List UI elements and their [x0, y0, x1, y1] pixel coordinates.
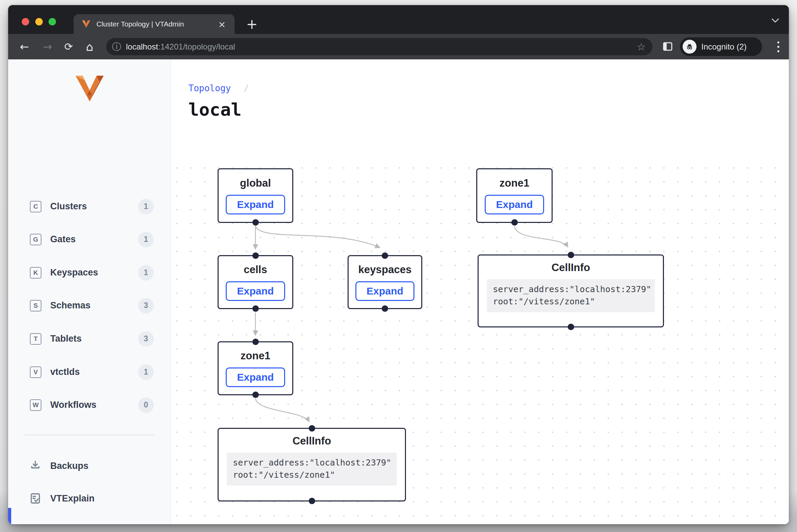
port-dot [252, 392, 259, 398]
sidebar-item-vtctlds[interactable]: V vtctlds 1 [8, 356, 171, 388]
screenshot-stage: Cluster Topology | VTAdmin × + ← → ⟳ ⌂ ⓘ… [0, 0, 797, 532]
active-item-indicator [8, 508, 11, 524]
topo-node-cellinfo-2: CellInfo server_address:"localhost:2379"… [218, 428, 406, 501]
node-title: zone1 [500, 177, 530, 189]
incognito-badge[interactable]: Incognito (2) [680, 37, 762, 56]
bookmark-star-icon[interactable]: ☆ [637, 41, 646, 53]
zoom-window-button[interactable] [49, 18, 56, 25]
gates-letter-icon: G [30, 234, 41, 245]
count-badge: 3 [138, 331, 154, 347]
sidebar-item-schemas[interactable]: S Schemas 3 [8, 289, 171, 322]
tab-title: Cluster Topology | VTAdmin [96, 20, 218, 28]
tablets-letter-icon: T [30, 333, 41, 345]
sidebar-item-gates[interactable]: G Gates 1 [8, 223, 171, 256]
port-dot [382, 305, 388, 312]
breadcrumb-separator: / [244, 83, 249, 93]
browser-window: Cluster Topology | VTAdmin × + ← → ⟳ ⌂ ⓘ… [8, 5, 789, 524]
count-badge: 0 [138, 397, 154, 413]
sidebar-item-keyspaces[interactable]: K Keyspaces 1 [8, 256, 171, 289]
expand-button[interactable]: Expand [226, 367, 285, 387]
expand-button[interactable]: Expand [226, 195, 285, 214]
topo-node-cellinfo-1: CellInfo server_address:"localhost:2379"… [478, 254, 664, 327]
node-title: CellInfo [219, 435, 405, 447]
address-bar[interactable]: ⓘ localhost:14201/topology/local ☆ [106, 38, 652, 55]
sidebar-item-workflows[interactable]: W Workflows 0 [8, 388, 171, 421]
expand-button[interactable]: Expand [485, 195, 544, 214]
edge-zone1cell-cellinfo2 [256, 399, 310, 422]
browser-menu-icon[interactable] [771, 34, 786, 59]
node-title: CellInfo [479, 262, 663, 274]
port-dot [252, 305, 259, 312]
topo-node-keyspaces: keyspaces Expand [348, 255, 422, 309]
topo-node-global: global Expand [218, 168, 293, 223]
home-icon[interactable]: ⌂ [80, 34, 99, 59]
reload-icon[interactable]: ⟳ [59, 34, 78, 59]
node-title: global [240, 177, 271, 189]
count-badge: 1 [138, 199, 154, 214]
incognito-label: Incognito (2) [701, 42, 746, 52]
topo-node-zone1-cell: zone1 Expand [218, 341, 293, 395]
page-content: C Clusters 1 G Gates 1 K Keyspaces 1 S S… [8, 59, 789, 524]
topology-canvas: global Expand zone1 Expand cells Expand [171, 157, 789, 524]
count-badge: 1 [138, 232, 154, 247]
breadcrumb-topology-link[interactable]: Topology [188, 83, 231, 93]
expand-button[interactable]: Expand [226, 281, 285, 301]
sidebar-item-backups[interactable]: Backups [8, 450, 171, 482]
port-dot [382, 252, 388, 259]
forward-icon[interactable]: → [38, 34, 57, 59]
new-tab-button[interactable]: + [243, 15, 261, 33]
port-dot [309, 425, 315, 432]
port-dot [252, 339, 259, 345]
keyspaces-letter-icon: K [30, 267, 41, 279]
node-title: keyspaces [358, 264, 412, 276]
url-path: :14201/topology/local [158, 42, 235, 51]
node-title: cells [244, 264, 267, 276]
expand-button[interactable]: Expand [355, 281, 414, 301]
port-dot [309, 498, 315, 504]
vitess-logo-icon [75, 75, 104, 102]
edge-global-keyspaces [256, 226, 380, 248]
sidebar-item-topology[interactable]: Topology [8, 515, 171, 524]
breadcrumb: Topology / [188, 83, 249, 93]
back-icon[interactable]: ← [15, 34, 34, 59]
topo-node-zone1: zone1 Expand [476, 168, 553, 223]
count-badge: 3 [138, 298, 154, 314]
edge-zone1-cellinfo1 [515, 226, 568, 247]
browser-tab[interactable]: Cluster Topology | VTAdmin × [74, 14, 235, 34]
sidebar-item-vtexplain[interactable]: VTExplain [8, 482, 171, 515]
port-dot [511, 219, 518, 226]
url-text: localhost:14201/topology/local [126, 42, 637, 52]
port-dot [252, 219, 259, 226]
incognito-avatar [683, 40, 697, 54]
close-tab-icon[interactable]: × [218, 20, 226, 29]
sidebar: C Clusters 1 G Gates 1 K Keyspaces 1 S S… [8, 59, 171, 524]
port-dot [252, 252, 259, 259]
incognito-icon [685, 42, 694, 51]
port-dot [568, 324, 574, 330]
sidebar-divider [24, 435, 154, 435]
vitess-favicon-icon [82, 20, 91, 28]
cellinfo-code: server_address:"localhost:2379" root:"/v… [487, 279, 655, 312]
document-check-icon [29, 492, 41, 505]
browser-toolbar: ← → ⟳ ⌂ ⓘ localhost:14201/topology/local… [8, 34, 789, 59]
vtctlds-letter-icon: V [30, 366, 41, 378]
count-badge: 1 [138, 265, 154, 281]
sidebar-item-clusters[interactable]: C Clusters 1 [8, 190, 171, 223]
tab-strip: Cluster Topology | VTAdmin × + [8, 5, 789, 34]
schemas-letter-icon: S [30, 300, 41, 311]
minimize-window-button[interactable] [35, 18, 43, 25]
main-panel: Topology / local [171, 59, 789, 524]
topo-node-cells: cells Expand [218, 255, 293, 309]
close-window-button[interactable] [22, 18, 29, 25]
clusters-letter-icon: C [30, 201, 41, 212]
cellinfo-code: server_address:"localhost:2379" root:"/v… [227, 453, 397, 486]
count-badge: 1 [138, 364, 154, 380]
workflows-letter-icon: W [30, 399, 41, 411]
url-host: localhost [126, 42, 158, 51]
page-title: local [188, 99, 242, 120]
side-panel-icon[interactable] [663, 41, 673, 52]
sidebar-item-tablets[interactable]: T Tablets 3 [8, 322, 171, 355]
site-info-icon[interactable]: ⓘ [112, 41, 121, 53]
port-dot [568, 252, 574, 258]
tab-search-chevron-icon[interactable] [771, 18, 780, 23]
